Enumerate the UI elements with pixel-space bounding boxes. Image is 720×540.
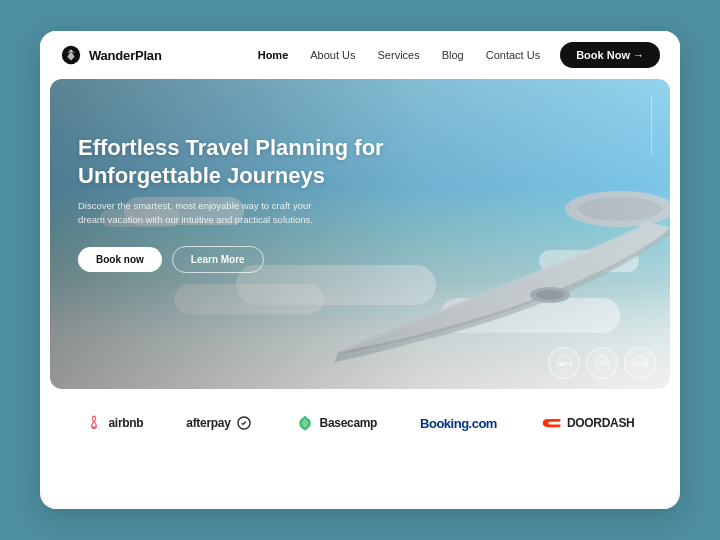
svg-text:★★★: ★★★ — [636, 361, 649, 366]
hero-subtitle: Discover the smartest, most enjoyable wa… — [78, 199, 318, 228]
book-now-button[interactable]: Book Now → — [560, 42, 660, 68]
award-badges: ★ ULTRA BEST ★★★ — [548, 347, 656, 379]
award-badge-2: BEST — [586, 347, 618, 379]
partner-afterpay: afterpay — [186, 415, 251, 431]
doordash-icon — [540, 416, 562, 430]
doordash-label: DOORDASH — [567, 416, 635, 430]
hero-title: Effortless Travel Planning for Unforgett… — [78, 134, 408, 189]
award-badge-1: ★ ULTRA — [548, 347, 580, 379]
scroll-indicator — [651, 95, 652, 155]
basecamp-label: Basecamp — [320, 416, 378, 430]
award-badge-3: ★★★ — [624, 347, 656, 379]
svg-text:ULTRA: ULTRA — [559, 361, 573, 367]
hero-learn-button[interactable]: Learn More — [172, 246, 264, 273]
booking-label: Booking.com — [420, 416, 497, 431]
partners-bar: airbnb afterpay Basecamp Booking.com — [40, 389, 680, 457]
basecamp-icon — [295, 413, 315, 433]
navbar: WanderPlan Home About Us Services Blog C… — [40, 31, 680, 79]
logo-text: WanderPlan — [89, 48, 162, 63]
partner-airbnb: airbnb — [85, 414, 143, 432]
hero-content: Effortless Travel Planning for Unforgett… — [78, 134, 408, 273]
logo: WanderPlan — [60, 44, 162, 66]
partner-doordash: DOORDASH — [540, 416, 635, 430]
hero-book-button[interactable]: Book now — [78, 247, 162, 272]
main-card: WanderPlan Home About Us Services Blog C… — [40, 31, 680, 509]
afterpay-label: afterpay — [186, 416, 230, 430]
nav-links: Home About Us Services Blog Contact Us — [258, 49, 540, 61]
logo-icon — [60, 44, 82, 66]
hero-section: Effortless Travel Planning for Unforgett… — [50, 79, 670, 389]
nav-services[interactable]: Services — [378, 49, 420, 61]
nav-home[interactable]: Home — [258, 49, 289, 61]
airbnb-icon — [85, 414, 103, 432]
svg-text:BEST: BEST — [598, 361, 610, 366]
airbnb-label: airbnb — [108, 416, 143, 430]
nav-blog[interactable]: Blog — [442, 49, 464, 61]
hero-buttons: Book now Learn More — [78, 246, 408, 273]
nav-contact[interactable]: Contact Us — [486, 49, 540, 61]
afterpay-icon — [236, 415, 252, 431]
nav-about[interactable]: About Us — [310, 49, 355, 61]
partner-booking: Booking.com — [420, 416, 497, 431]
partner-basecamp: Basecamp — [295, 413, 378, 433]
